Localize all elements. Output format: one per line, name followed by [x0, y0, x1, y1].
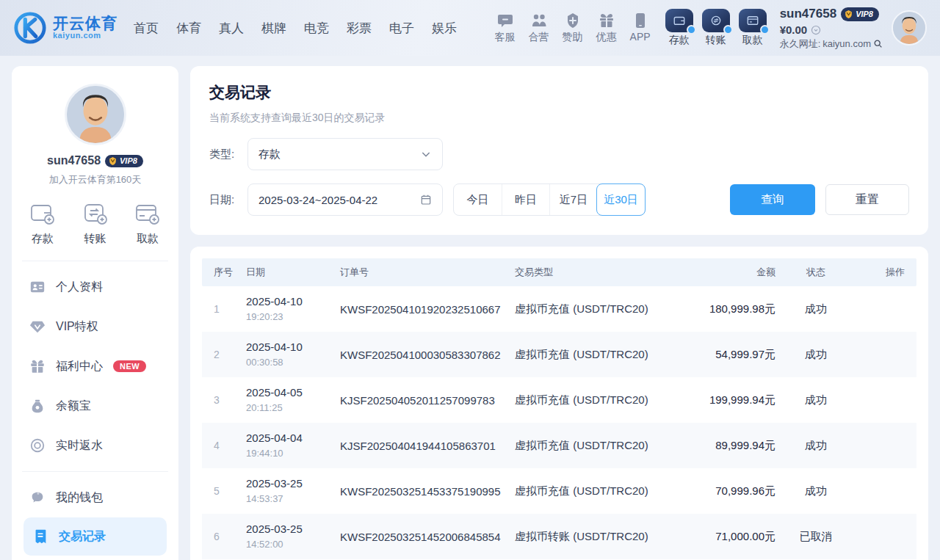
site-logo[interactable]: 开云体育 kaiyun.com — [13, 11, 118, 45]
menu-label: 交易记录 — [59, 529, 106, 545]
row-type: 虚拟币充值 (USDT/TRC20) — [515, 348, 680, 362]
row-time-value: 20:11:25 — [246, 402, 283, 413]
type-label: 类型: — [209, 148, 243, 161]
row-date-value: 2025-04-10 — [246, 295, 303, 308]
withdraw-badge-icon — [760, 25, 770, 34]
joined-days-text: 加入开云体育第160天 — [24, 173, 167, 186]
quick-deposit-label: 存款 — [32, 232, 54, 246]
kaiyun-logo-icon — [13, 11, 47, 45]
nav-home[interactable]: 首页 — [134, 20, 159, 37]
col-header-date: 日期 — [246, 266, 340, 279]
row-amount: 54,999.97元 — [680, 348, 776, 362]
partner-button[interactable]: 合营 — [529, 12, 549, 44]
row-status: 成功 — [776, 393, 856, 407]
sidebar-item-welfare[interactable]: 福利中心 NEW — [24, 346, 167, 386]
row-date: 2025-03-25 14:52:00 — [246, 522, 340, 552]
row-amount: 70,999.96元 — [680, 484, 776, 498]
sidebar-deposit-button[interactable]: 存款 — [29, 203, 56, 246]
deposit-icon — [665, 9, 693, 32]
withdraw-button[interactable]: 取款 — [739, 9, 767, 47]
nav-lottery[interactable]: 彩票 — [347, 20, 372, 37]
site-url-label: 永久网址: — [780, 37, 821, 51]
table-row: 1 2025-04-10 19:20:23 KWSF20250410192023… — [202, 286, 916, 332]
sidebar-item-profile[interactable]: 个人资料 — [24, 267, 167, 307]
sidebar-menu: 个人资料 VIP特权 福利中心 NEW — [24, 261, 167, 471]
menu-label: 实时返水 — [56, 438, 103, 454]
row-date-value: 2025-04-10 — [246, 341, 303, 353]
promo-label: 优惠 — [596, 31, 617, 44]
balance-amount: ¥0.00 — [780, 23, 808, 37]
deposit-badge-icon — [687, 25, 696, 34]
search-icon[interactable] — [873, 39, 883, 48]
promo-button[interactable]: 优惠 — [596, 12, 617, 44]
col-header-type: 交易类型 — [515, 266, 680, 279]
type-select-value: 存款 — [258, 148, 281, 161]
row-order-no: KJSF202504041944105863701 — [340, 440, 515, 452]
row-time-value: 14:53:37 — [246, 493, 283, 504]
support-button[interactable]: 客服 — [495, 12, 516, 44]
main-content: 交易记录 当前系统支持查询最近30日的交易记录 类型: 存款 日期: — [190, 66, 928, 560]
row-date: 2025-03-25 14:53:37 — [246, 476, 340, 506]
row-order-no: KWSF202503251452006845854 — [340, 531, 515, 543]
reset-button[interactable]: 重置 — [825, 184, 909, 215]
range-today-button[interactable]: 今日 — [454, 184, 502, 215]
row-status: 成功 — [776, 348, 856, 362]
menu-label: 个人资料 — [56, 280, 103, 295]
nav-esports[interactable]: 电竞 — [304, 20, 329, 37]
type-select[interactable]: 存款 — [247, 138, 443, 170]
nav-sports[interactable]: 体育 — [176, 20, 201, 37]
sidebar-item-vip[interactable]: VIP特权 — [24, 307, 167, 346]
deposit-button[interactable]: 存款 — [665, 9, 693, 47]
sidebar-wallet-menu: 我的钱包 交易记录 — [24, 472, 167, 560]
header-avatar[interactable] — [892, 10, 927, 46]
row-no: 2 — [214, 349, 246, 360]
row-time-value: 00:30:58 — [246, 357, 283, 368]
nav-live[interactable]: 真人 — [219, 20, 244, 37]
row-date-value: 2025-03-25 — [246, 477, 303, 490]
sidebar-item-yuebao[interactable]: 余额宝 — [24, 386, 167, 426]
quick-withdraw-label: 取款 — [137, 232, 159, 246]
deposit-icon — [29, 203, 56, 226]
transfer-button[interactable]: 转账 — [702, 9, 730, 47]
row-amount: 199,999.94元 — [680, 393, 776, 407]
app-label: APP — [630, 31, 651, 43]
row-date: 2025-04-04 19:44:10 — [246, 431, 340, 461]
nav-chess[interactable]: 棋牌 — [261, 20, 286, 37]
new-badge: NEW — [113, 360, 146, 372]
sidebar-avatar[interactable] — [65, 84, 126, 145]
sidebar-transfer-button[interactable]: 转账 — [82, 203, 109, 246]
rebate-icon — [29, 437, 46, 454]
sidebar-item-my-wallet[interactable]: 我的钱包 — [24, 478, 167, 517]
row-type: 虚拟币充值 (USDT/TRC20) — [515, 484, 680, 498]
menu-label: 余额宝 — [56, 399, 91, 414]
sidebar-item-transaction-records[interactable]: 交易记录 — [24, 517, 167, 556]
sidebar-quick-actions: 存款 转账 取款 — [24, 186, 167, 261]
date-range-input[interactable] — [258, 194, 405, 206]
app-button[interactable]: APP — [630, 12, 651, 44]
row-no: 6 — [214, 531, 246, 542]
sidebar-withdraw-button[interactable]: 取款 — [134, 203, 161, 246]
range-30days-button[interactable]: 近30日 — [596, 183, 646, 216]
withdraw-icon — [739, 9, 767, 32]
query-button[interactable]: 查询 — [730, 184, 815, 215]
nav-slots[interactable]: 电子 — [389, 20, 414, 37]
nav-entertainment[interactable]: 娱乐 — [432, 20, 457, 37]
range-7days-button[interactable]: 近7日 — [549, 184, 597, 215]
balance-dropdown-icon[interactable] — [811, 25, 821, 35]
welfare-icon — [29, 358, 46, 374]
header-username[interactable]: sun47658 — [780, 6, 837, 23]
records-icon — [32, 528, 48, 545]
sidebar-item-rebate[interactable]: 实时返水 — [24, 426, 167, 465]
date-range-picker[interactable] — [247, 183, 443, 216]
range-yesterday-button[interactable]: 昨日 — [502, 184, 549, 215]
app-icon — [632, 12, 649, 29]
row-type: 虚拟币充值 (USDT/TRC20) — [515, 393, 680, 407]
sponsor-icon — [564, 12, 582, 29]
site-url-value[interactable]: kaiyun.com — [822, 37, 871, 51]
sponsor-button[interactable]: 赞助 — [563, 12, 583, 44]
vip-label: VIP8 — [120, 156, 137, 165]
quick-transfer-label: 转账 — [84, 232, 106, 246]
avatar-image — [893, 12, 925, 44]
row-status: 成功 — [776, 439, 856, 453]
support-icon — [496, 12, 514, 29]
